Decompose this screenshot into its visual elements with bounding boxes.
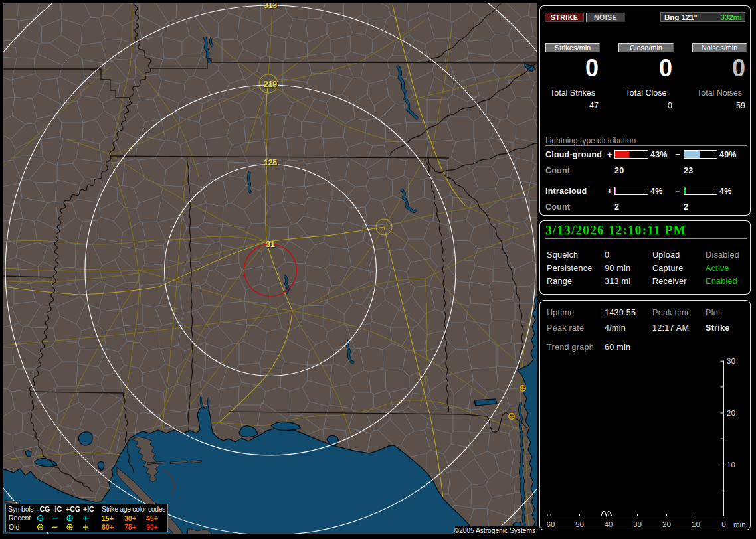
svg-text:20: 20 [662, 520, 671, 528]
svg-text:-CG: -CG [37, 505, 50, 513]
svg-text:0: 0 [721, 520, 725, 528]
svg-text:31: 31 [266, 240, 275, 249]
svg-text:30: 30 [727, 357, 735, 365]
svg-text:-IC: -IC [52, 505, 62, 513]
svg-text:60: 60 [547, 520, 555, 528]
svg-text:10: 10 [692, 520, 700, 528]
svg-text:Strike age color codes: Strike age color codes [102, 505, 165, 513]
svg-text:©2005 Astrogenic Systems: ©2005 Astrogenic Systems [454, 527, 535, 534]
svg-text:45+: 45+ [146, 514, 158, 522]
svg-text:Symbols: Symbols [8, 505, 33, 513]
svg-text:50: 50 [575, 520, 584, 528]
svg-text:60+: 60+ [102, 523, 114, 531]
svg-text:75+: 75+ [124, 523, 136, 531]
svg-text:219: 219 [264, 80, 277, 89]
svg-text:+CG: +CG [66, 505, 80, 513]
svg-text:15+: 15+ [102, 514, 114, 522]
svg-text:313: 313 [264, 1, 277, 10]
svg-text:min: min [733, 520, 746, 528]
svg-text:125: 125 [264, 158, 277, 167]
svg-text:10: 10 [727, 461, 735, 469]
svg-text:Recent: Recent [9, 514, 31, 522]
svg-text:40: 40 [605, 520, 613, 528]
svg-text:90+: 90+ [146, 523, 158, 531]
svg-text:+IC: +IC [83, 505, 94, 513]
svg-text:20: 20 [727, 409, 735, 417]
svg-text:30+: 30+ [124, 514, 136, 522]
svg-text:Old: Old [9, 523, 20, 531]
svg-text:30: 30 [633, 520, 642, 528]
